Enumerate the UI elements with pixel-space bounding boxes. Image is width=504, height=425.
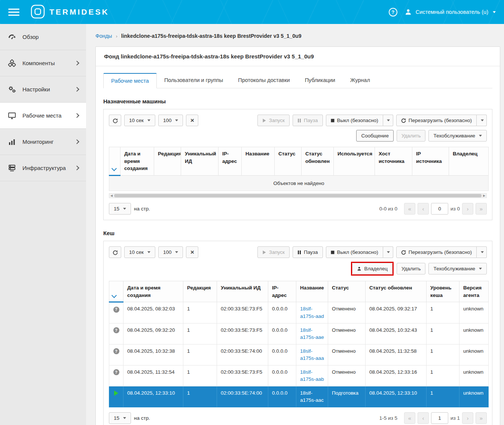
server-icon	[7, 164, 16, 173]
power-off-menu-button[interactable]	[383, 246, 393, 258]
start-button[interactable]: Запуск	[257, 115, 290, 126]
pause-button[interactable]: Пауза	[293, 115, 323, 126]
column-header-source-ip[interactable]: IP источника	[412, 147, 449, 176]
sidebar-item-components[interactable]: Компоненты	[0, 50, 86, 76]
column-header-status[interactable]: Статус	[328, 281, 366, 302]
clear-filter-button[interactable]	[186, 115, 198, 126]
column-header-uid[interactable]: Уникальный ИД	[181, 147, 219, 176]
reboot-menu-button[interactable]	[477, 115, 487, 126]
sidebar-item-infrastructure[interactable]: Инфраструктура	[0, 155, 86, 181]
last-page-icon	[480, 206, 483, 212]
refresh-button[interactable]	[109, 115, 121, 126]
brand-logo[interactable]: TERMIDESK	[31, 4, 109, 20]
reboot-button[interactable]: Перезагрузить (безопасно)	[396, 115, 477, 126]
sidebar-item-monitoring[interactable]: Мониторинг	[0, 129, 86, 155]
chevron-down-icon	[147, 251, 150, 253]
column-header-cache-level[interactable]: Уровень кеша	[427, 281, 459, 302]
reboot-menu-button[interactable]	[477, 246, 487, 258]
column-header-status[interactable]: Статус	[275, 147, 302, 176]
scroll-left-icon[interactable]	[109, 194, 114, 197]
chevron-down-icon	[387, 251, 390, 253]
user-menu[interactable]: Системный пользователь (u)	[404, 8, 496, 16]
delete-button[interactable]: Удалить	[397, 263, 426, 274]
cell-status: Отменено	[328, 302, 366, 323]
select-all-header[interactable]	[109, 147, 120, 176]
column-header-created[interactable]: Дата и время создания	[123, 281, 183, 302]
tab-publications[interactable]: Публикации	[297, 73, 343, 88]
owner-button[interactable]: Владелец	[352, 263, 392, 274]
table-row[interactable]: 08.04.2025, 08:32:03 1 02:00:33:5E:73:F5…	[109, 302, 489, 323]
breadcrumb-funds-link[interactable]: Фонды	[95, 33, 112, 39]
per-page-select[interactable]: 15	[109, 203, 131, 215]
limit-select[interactable]: 100	[158, 115, 183, 126]
hamburger-menu-button[interactable]	[8, 9, 19, 16]
sidebar-item-workplaces[interactable]: Рабочие места	[0, 103, 86, 129]
next-page-button[interactable]	[462, 412, 473, 424]
column-header-name[interactable]: Название	[242, 147, 275, 176]
power-off-button[interactable]: Выкл (безопасно)	[326, 246, 383, 258]
topbar: TERMIDESK Системный пользователь (u)	[0, 0, 504, 24]
table-row-selected[interactable]: 08.04.2025, 12:33:10 1 02:00:33:5E:74:00…	[109, 386, 489, 407]
cell-status: Подготовка	[328, 386, 366, 407]
machine-link[interactable]: 18slf-a175s-aab	[300, 369, 324, 382]
delete-button[interactable]: Удалить	[397, 130, 426, 142]
column-header-owner[interactable]: Владелец	[449, 147, 489, 176]
clear-filter-button[interactable]	[186, 246, 198, 258]
next-page-button[interactable]	[462, 203, 473, 215]
per-page-select[interactable]: 15	[109, 412, 131, 424]
reboot-button[interactable]: Перезагрузить (безопасно)	[396, 246, 477, 258]
table-row[interactable]: 08.04.2025, 11:32:54 1 02:00:33:5E:73:F5…	[109, 365, 489, 386]
column-header-source-host[interactable]: Хост источника	[375, 147, 412, 176]
maintenance-button[interactable]: Техобслуживание	[428, 263, 487, 274]
column-header-uid[interactable]: Уникальный ИД	[217, 281, 268, 302]
pause-button[interactable]: Пауза	[293, 246, 323, 258]
message-button[interactable]: Сообщение	[356, 130, 393, 142]
table-row[interactable]: 08.04.2025, 09:32:20 1 02:00:33:5E:73:F5…	[109, 323, 489, 344]
sidebar-item-settings[interactable]: Настройки	[0, 76, 86, 103]
machine-link[interactable]: 18slf-a175s-aad	[300, 306, 324, 319]
page-input[interactable]	[431, 203, 448, 215]
cell-uid: 02:00:33:5E:74:00	[217, 344, 268, 365]
prev-page-button[interactable]	[418, 412, 429, 424]
column-header-revision[interactable]: Редакция	[183, 281, 217, 302]
last-page-button[interactable]	[476, 203, 487, 215]
sidebar-item-label: Рабочие места	[22, 112, 61, 119]
refresh-interval-select[interactable]: 10 сек	[124, 115, 155, 126]
scroll-right-icon[interactable]	[482, 194, 486, 197]
column-header-status-updated[interactable]: Статус обновлен	[302, 147, 334, 176]
page-input[interactable]	[431, 412, 448, 424]
assigned-table: Дата и время создания Редакция Уникальны…	[109, 147, 489, 191]
column-header-revision[interactable]: Редакция	[154, 147, 181, 176]
refresh-interval-select[interactable]: 10 сек	[124, 246, 155, 258]
machine-link[interactable]: 18slf-a175s-aac	[300, 390, 324, 403]
first-page-button[interactable]	[404, 412, 415, 424]
column-header-ip[interactable]: IP-адрес	[219, 147, 242, 176]
start-button[interactable]: Запуск	[257, 246, 290, 258]
tab-journal[interactable]: Журнал	[343, 73, 378, 88]
tab-workplaces[interactable]: Рабочие места	[103, 73, 157, 88]
scrollbar-thumb[interactable]	[114, 194, 482, 197]
help-icon[interactable]	[389, 8, 397, 16]
machine-link[interactable]: 18slf-a175s-aae	[300, 327, 324, 340]
column-header-agent-version[interactable]: Версия агента	[459, 281, 489, 302]
maintenance-button[interactable]: Техобслуживание	[428, 130, 487, 142]
machine-link[interactable]: 18slf-a175s-aaa	[300, 348, 324, 361]
power-off-button[interactable]: Выкл (безопасно)	[326, 115, 383, 126]
power-off-menu-button[interactable]	[383, 115, 393, 126]
refresh-button[interactable]	[109, 246, 121, 258]
horizontal-scrollbar[interactable]	[109, 193, 487, 198]
tab-delivery-protocols[interactable]: Протоколы доставки	[230, 73, 297, 88]
first-page-button[interactable]	[404, 203, 415, 215]
column-header-ip[interactable]: IP-адрес	[268, 281, 296, 302]
column-header-created[interactable]: Дата и время создания	[120, 147, 154, 176]
prev-page-button[interactable]	[418, 203, 429, 215]
limit-select[interactable]: 100	[158, 246, 183, 258]
select-all-header[interactable]	[109, 281, 123, 302]
sidebar-item-overview[interactable]: Обзор	[0, 24, 86, 50]
column-header-status-updated[interactable]: Статус обновлен	[366, 281, 427, 302]
tab-users-groups[interactable]: Пользователи и группы	[157, 73, 230, 88]
column-header-in-use[interactable]: Используется	[334, 147, 375, 176]
last-page-button[interactable]	[476, 412, 487, 424]
column-header-name[interactable]: Название	[296, 281, 328, 302]
table-row[interactable]: 08.04.2025, 10:32:38 1 02:00:33:5E:74:00…	[109, 344, 489, 365]
